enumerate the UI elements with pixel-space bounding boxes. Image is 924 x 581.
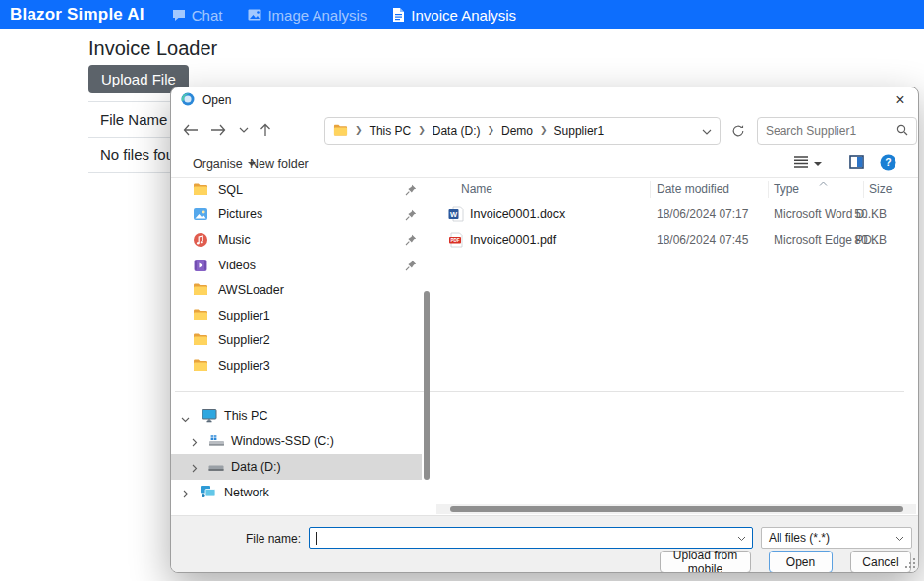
- organise-button[interactable]: Organise: [193, 150, 256, 177]
- pin-icon[interactable]: [405, 209, 417, 221]
- preview-pane-button[interactable]: [849, 150, 864, 177]
- upload-from-mobile-button[interactable]: Upload from mobile: [660, 551, 751, 573]
- file-row-invoice0001-pdf[interactable]: PDF Invoice0001.pdf 18/06/2024 07:45 Mic…: [436, 227, 916, 253]
- nav-links: Chat Image Analysis Invoice Analysis: [172, 7, 516, 24]
- tree-item-label: Network: [224, 486, 269, 499]
- view-mode-caret-icon: [814, 162, 822, 166]
- column-header-type[interactable]: Type: [774, 182, 799, 196]
- open-button[interactable]: Open: [769, 551, 833, 573]
- pin-icon[interactable]: [405, 184, 417, 196]
- nav-item-image-analysis[interactable]: Image Analysis: [248, 7, 367, 24]
- sidebar-item-videos[interactable]: Videos: [171, 253, 422, 278]
- file-name: Invoice0001.docx: [470, 207, 565, 221]
- tree-item-data-d[interactable]: Data (D:): [171, 454, 422, 480]
- chevron-right-icon[interactable]: [192, 436, 202, 446]
- file-row-invoice0001-docx[interactable]: W Invoice0001.docx 18/06/2024 07:17 Micr…: [436, 202, 916, 227]
- preview-pane-icon: [849, 155, 864, 172]
- tree-item-this-pc[interactable]: This PC: [171, 403, 422, 429]
- forward-icon[interactable]: [206, 117, 230, 143]
- folder-icon: [193, 358, 208, 374]
- recent-locations-chevron-icon[interactable]: [232, 117, 256, 143]
- breadcrumb-separator: ❯: [355, 125, 363, 135]
- sidebar-scrollbar-thumb[interactable]: [424, 291, 430, 480]
- sidebar-item-sql[interactable]: SQL: [171, 177, 422, 203]
- pin-icon[interactable]: [405, 234, 417, 246]
- column-header-size[interactable]: Size: [869, 182, 892, 196]
- nav-item-chat[interactable]: Chat: [172, 7, 223, 24]
- sidebar-item-supplier3[interactable]: Supplier3: [171, 353, 422, 378]
- sidebar-separator: [175, 391, 904, 392]
- back-icon[interactable]: [179, 117, 202, 143]
- organise-label: Organise: [193, 157, 243, 171]
- tree-item-network[interactable]: Network: [171, 480, 422, 505]
- column-header-name[interactable]: Name: [461, 182, 492, 196]
- folder-icon: [193, 308, 208, 323]
- sidebar-item-label: SQL: [218, 183, 243, 197]
- column-header-date-modified[interactable]: Date modified: [657, 182, 729, 196]
- breadcrumb-separator: ❯: [418, 125, 426, 135]
- column-divider[interactable]: [863, 181, 864, 198]
- file-name-dropdown-chevron-icon[interactable]: [737, 531, 746, 545]
- file-name-input[interactable]: [317, 531, 737, 545]
- nav-item-label: Image Analysis: [267, 7, 367, 24]
- search-input[interactable]: [766, 124, 896, 138]
- pin-icon[interactable]: [405, 260, 417, 271]
- new-folder-button[interactable]: New folder: [250, 150, 309, 177]
- tree-item-label: Windows-SSD (C:): [231, 435, 334, 448]
- file-date-modified: 18/06/2024 07:17: [657, 207, 748, 221]
- tree-item-label: Data (D:): [231, 460, 281, 474]
- column-divider[interactable]: [768, 181, 769, 198]
- cancel-button[interactable]: Cancel: [850, 551, 911, 573]
- chevron-down-icon[interactable]: [181, 412, 191, 422]
- sidebar-tree: This PC Windows-SSD (C:) Data (D:) Netwo…: [171, 403, 422, 505]
- sidebar-item-supplier1[interactable]: Supplier1: [171, 303, 422, 328]
- breadcrumb-data-d[interactable]: Data (D:): [433, 124, 481, 138]
- sidebar-item-pictures[interactable]: Pictures: [171, 203, 422, 228]
- sidebar-item-label: Supplier3: [218, 359, 270, 373]
- address-bar[interactable]: ❯ This PC ❯ Data (D:) ❯ Demo ❯ Supplier1: [324, 117, 721, 145]
- file-type-select[interactable]: All files (*.*): [761, 527, 912, 549]
- address-dropdown-chevron-icon[interactable]: [702, 124, 712, 138]
- network-icon: [200, 485, 215, 500]
- file-name: Invoice0001.pdf: [470, 233, 556, 247]
- sidebar-item-supplier2[interactable]: Supplier2: [171, 328, 422, 354]
- folder-icon: [333, 123, 348, 139]
- chevron-right-icon[interactable]: [192, 462, 202, 472]
- folder-icon: [193, 282, 208, 298]
- up-icon[interactable]: [254, 117, 277, 143]
- image-analysis-icon: [248, 9, 261, 21]
- search-icon[interactable]: [896, 124, 908, 139]
- videos-icon: [193, 258, 208, 273]
- sidebar-item-awsloader[interactable]: AWSLoader: [171, 277, 422, 303]
- file-list-header: Name Date modified Type Size: [436, 178, 918, 201]
- help-button[interactable]: ?: [880, 150, 896, 177]
- view-mode-button[interactable]: [794, 150, 822, 177]
- nav-item-label: Invoice Analysis: [411, 7, 516, 24]
- resize-grip[interactable]: [905, 557, 915, 571]
- sidebar-item-music[interactable]: Music: [171, 227, 422, 253]
- pdf-doc-icon: PDF: [448, 232, 464, 248]
- close-icon[interactable]: ×: [889, 88, 912, 112]
- column-divider[interactable]: [650, 181, 651, 198]
- tree-item-windows-ssd[interactable]: Windows-SSD (C:): [171, 429, 422, 454]
- breadcrumb-supplier1[interactable]: Supplier1: [554, 124, 605, 138]
- app-window-icon: [181, 92, 195, 109]
- svg-text:W: W: [450, 210, 458, 219]
- file-type-value: All files (*.*): [769, 531, 895, 545]
- sidebar-scrollbar: [424, 177, 430, 512]
- nav-item-invoice-analysis[interactable]: Invoice Analysis: [392, 7, 516, 24]
- chevron-right-icon[interactable]: [183, 488, 193, 497]
- windows-drive-icon: [208, 434, 224, 449]
- music-icon: [193, 232, 208, 248]
- breadcrumb-this-pc[interactable]: This PC: [370, 124, 412, 138]
- file-name-label: File name:: [210, 532, 301, 546]
- refresh-icon[interactable]: [725, 117, 751, 145]
- dialog-toolbar: Organise New folder ?: [171, 150, 918, 178]
- file-type-dropdown-chevron-icon: [895, 531, 904, 545]
- computer-icon: [202, 408, 217, 424]
- breadcrumb-demo[interactable]: Demo: [501, 124, 533, 138]
- invoice-analysis-icon: [392, 8, 405, 22]
- dialog-titlebar[interactable]: Open ×: [171, 87, 918, 113]
- file-list-horizontal-scrollbar-thumb[interactable]: [450, 506, 903, 512]
- open-file-dialog: Open × ❯ This PC ❯ Data (D:) ❯ Demo ❯ Su…: [170, 87, 919, 573]
